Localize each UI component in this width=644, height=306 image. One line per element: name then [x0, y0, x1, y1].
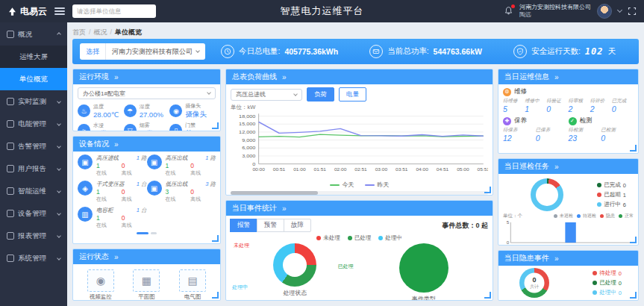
account-info[interactable]: 河南力安测控科技有限公司 陶远	[519, 4, 591, 19]
stat-safe-days: 安全运行天数: 102 天	[513, 45, 616, 58]
ops-stat-value[interactable]: 5	[503, 104, 525, 113]
expand-icon[interactable]	[282, 73, 287, 81]
legend-item[interactable]: 处理中	[378, 234, 402, 242]
svg-text:03:00: 03:00	[375, 167, 388, 171]
ops-stat-value[interactable]: 0	[546, 104, 568, 113]
env-metric-value[interactable]: 正常	[140, 129, 154, 131]
ops-stat: 已保养 0	[536, 127, 569, 143]
expand-icon[interactable]	[282, 204, 287, 213]
ops-stat-value[interactable]: 2	[568, 104, 590, 113]
breadcrumb-item[interactable]: 单位概览	[115, 28, 142, 37]
sidebar-item[interactable]: 电能管理	[0, 113, 67, 135]
expand-icon[interactable]	[114, 73, 119, 81]
power-meter-icon	[369, 45, 383, 58]
breadcrumb-item[interactable]: 概况	[94, 28, 113, 37]
env-metric-value[interactable]: 摄像头	[185, 110, 207, 119]
menu-icon	[7, 187, 14, 195]
legend-item[interactable]: 未巡检	[554, 213, 573, 219]
env-metric-value[interactable]: 关	[185, 129, 196, 131]
status-shortcut[interactable]: ▤ 电气图	[179, 269, 206, 301]
env-metric-label: 烟雾	[140, 122, 154, 129]
sidebar-item[interactable]: 报表管理	[0, 225, 67, 247]
event-tab[interactable]: 故障	[284, 219, 311, 232]
expand-icon[interactable]	[554, 163, 559, 171]
unit-select[interactable]: 选择 河南力安测控科技有限公司	[80, 43, 205, 60]
sidebar-item-label: 概况	[18, 30, 32, 40]
ops-stat-value[interactable]: 2	[590, 104, 612, 113]
env-metric-value[interactable]: 正常	[93, 129, 107, 131]
sidebar-item[interactable]: 运维大屏	[0, 46, 67, 68]
svg-text:周巡检计…: 周巡检计…	[584, 245, 605, 246]
app-logo-text: 电易云	[20, 5, 47, 18]
legend-item[interactable]: 进行中 6	[597, 201, 626, 208]
legend-item[interactable]: 已超期 1	[597, 191, 626, 199]
sidebar-item[interactable]: 设备管理	[0, 202, 67, 225]
account-chevron-down-icon[interactable]	[617, 7, 622, 13]
env-metric-value[interactable]: 27.00%	[140, 110, 163, 119]
sidebar-item[interactable]: 概况	[0, 23, 67, 46]
device-offline-count: 0	[122, 188, 147, 196]
sidebar-item[interactable]: 实时监测	[0, 90, 67, 113]
legend-item[interactable]: 正常	[619, 213, 634, 219]
notifications-bell-icon[interactable]	[504, 6, 513, 17]
env-metric-value[interactable]: 28.00℃	[93, 110, 119, 119]
avatar[interactable]	[597, 4, 612, 19]
expand-icon[interactable]	[114, 253, 119, 261]
sidebar-item[interactable]: 智能运维	[0, 180, 67, 202]
status-shortcut[interactable]: ▦ 平面图	[133, 269, 160, 301]
sidebar-item[interactable]: 告警管理	[0, 135, 67, 157]
chevron-icon	[57, 122, 61, 126]
page-dot-active[interactable]	[137, 232, 149, 234]
stats-bar: 选择 河南力安测控科技有限公司 今日总电量: 405775.36kWh 当前总功…	[72, 39, 639, 64]
svg-text:12,000: 12,000	[239, 130, 256, 134]
event-tab[interactable]: 预警	[257, 219, 284, 232]
chart-hscrollbar-thumb[interactable]	[231, 191, 318, 195]
page-dot[interactable]	[151, 232, 157, 234]
status-donut-caption: 处理状态	[231, 289, 360, 297]
sidebar-item[interactable]: 单位概览	[0, 68, 67, 90]
legend-item[interactable]: 未处理	[316, 234, 340, 242]
legend-item[interactable]: 待处理 0	[593, 269, 622, 277]
ops-stat-value[interactable]: 1	[525, 104, 546, 113]
ops-stat-value[interactable]: 0	[612, 104, 634, 113]
legend-item[interactable]: 待巡检	[577, 213, 596, 219]
legend-item[interactable]: 已完成 0	[597, 181, 626, 189]
expand-icon[interactable]	[114, 140, 119, 149]
device-unit: 台	[141, 207, 147, 213]
online-label: 在线	[96, 169, 122, 177]
legend-dot	[378, 236, 383, 240]
legend-item[interactable]: 今天	[330, 181, 354, 189]
line-select[interactable]: 高压总进线	[231, 89, 302, 101]
detect-stats: 待检测 23 已检测 0	[569, 127, 634, 143]
load-button[interactable]: 负荷	[307, 87, 334, 102]
ops-stat-value[interactable]: 0	[601, 134, 634, 143]
legend-item[interactable]: 已处理	[348, 234, 372, 242]
legend-item[interactable]: 处理中 0	[593, 289, 622, 296]
room-select[interactable]: 办公楼1#配电室	[78, 87, 216, 99]
fullscreen-icon[interactable]	[628, 7, 637, 16]
legend-item[interactable]: 昨天	[365, 181, 390, 189]
panel-title: 运行环境	[79, 72, 109, 82]
event-tab[interactable]: 报警	[230, 219, 257, 232]
ops-stat-value[interactable]: 12	[503, 134, 536, 143]
ops-stat-value[interactable]: 0	[536, 134, 569, 143]
event-total: 事件总数：0 起	[442, 221, 488, 231]
ops-stat: 待评价 2	[590, 98, 612, 113]
ops-stat: 待验证 0	[546, 98, 568, 113]
svg-text:15,000: 15,000	[239, 122, 256, 126]
ops-stat-label: 已完成	[612, 98, 634, 104]
legend-item[interactable]: 已处理 0	[593, 279, 622, 287]
status-shortcut[interactable]: ◉ 视频监控	[87, 269, 114, 301]
sidebar-item[interactable]: 用户报告	[0, 157, 67, 180]
ops-stat-value[interactable]: 23	[569, 134, 601, 143]
expand-icon[interactable]	[554, 255, 559, 263]
legend-dot	[593, 281, 597, 285]
sidebar-item[interactable]: 系统管理	[0, 247, 67, 269]
energy-button[interactable]: 电量	[339, 87, 366, 102]
legend-item[interactable]: 隐患	[600, 213, 615, 219]
expand-icon[interactable]	[554, 73, 559, 81]
hamburger-icon[interactable]	[54, 7, 65, 15]
breadcrumb-item[interactable]: 首页	[72, 28, 91, 37]
search-input[interactable]	[72, 4, 156, 18]
legend-dot	[619, 214, 622, 218]
